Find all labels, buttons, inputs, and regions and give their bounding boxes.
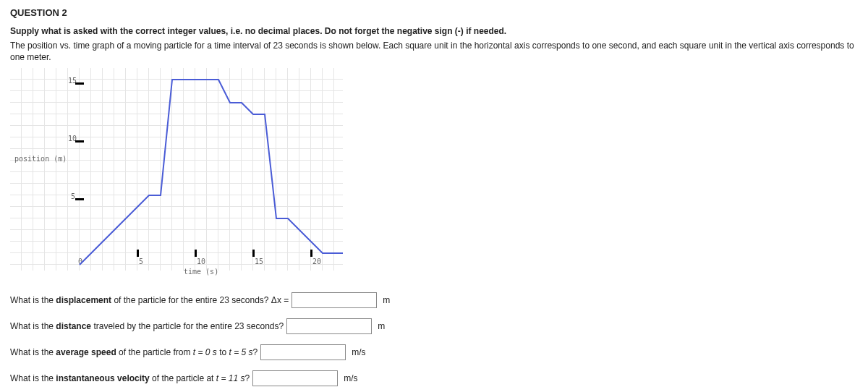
q3-text: What is the average speed of the particl… <box>10 347 258 357</box>
question-distance: What is the distance traveled by the par… <box>10 318 858 334</box>
inst-velocity-input[interactable] <box>252 370 338 386</box>
q4-text: What is the instantaneous velocity of th… <box>10 373 250 383</box>
instruction-body: The position vs. time graph of a moving … <box>10 40 858 63</box>
unit-ms: m/s <box>352 347 365 357</box>
position-time-chart: 15 10 5 position (m) 0 5 10 15 20 time (… <box>10 68 343 285</box>
question-avg-speed: What is the average speed of the particl… <box>10 344 858 360</box>
series-line <box>80 80 343 265</box>
question-number: QUESTION 2 <box>10 7 858 18</box>
chart-svg <box>10 68 343 271</box>
q2-text: What is the distance traveled by the par… <box>10 321 284 331</box>
q1-text: What is the displacement of the particle… <box>10 295 289 305</box>
unit-m: m <box>378 321 385 331</box>
unit-ms: m/s <box>344 373 357 383</box>
question-displacement: What is the displacement of the particle… <box>10 292 858 308</box>
displacement-input[interactable] <box>292 292 377 308</box>
avg-speed-input[interactable] <box>260 344 346 360</box>
distance-input[interactable] <box>286 318 372 334</box>
instruction-bold: Supply what is asked with the correct in… <box>10 25 858 37</box>
question-inst-velocity: What is the instantaneous velocity of th… <box>10 370 858 386</box>
unit-m: m <box>383 295 390 305</box>
